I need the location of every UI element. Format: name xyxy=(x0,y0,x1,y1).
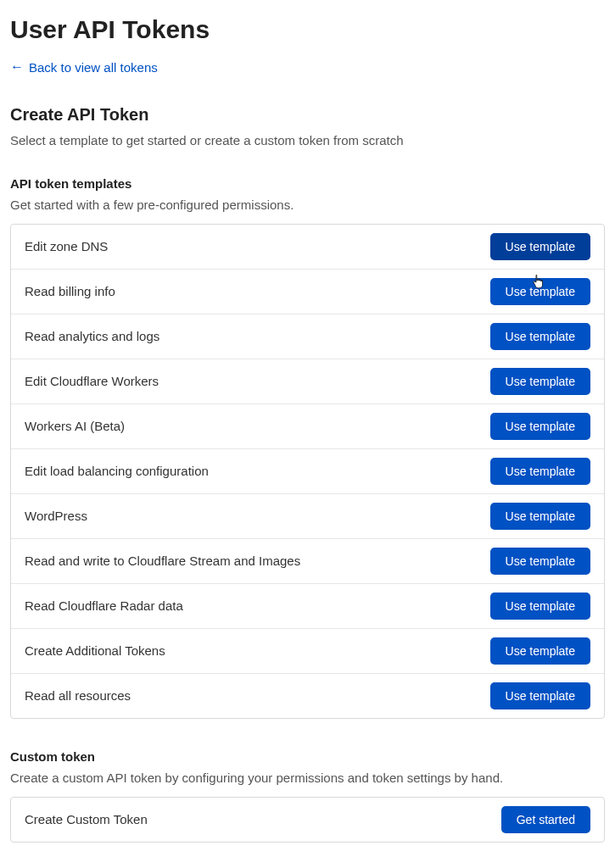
template-label: Workers AI (Beta) xyxy=(25,419,125,433)
template-row: Read all resourcesUse template xyxy=(11,674,604,718)
get-started-button[interactable]: Get started xyxy=(501,806,590,833)
use-template-button[interactable]: Use template xyxy=(490,593,590,620)
template-row: Read Cloudflare Radar dataUse template xyxy=(11,584,604,629)
use-template-button[interactable]: Use template xyxy=(490,548,590,575)
use-template-button[interactable]: Use template xyxy=(490,233,590,260)
template-label: Edit Cloudflare Workers xyxy=(25,374,159,388)
template-label: Read all resources xyxy=(25,688,131,703)
use-template-button[interactable]: Use template xyxy=(490,413,590,440)
template-label: Create Additional Tokens xyxy=(25,643,165,658)
custom-token-row: Create Custom Token Get started xyxy=(11,798,604,842)
use-template-button[interactable]: Use template xyxy=(490,368,590,395)
template-list: Edit zone DNSUse templateRead billing in… xyxy=(10,224,605,719)
template-label: WordPress xyxy=(25,509,87,523)
create-section-desc: Select a template to get started or crea… xyxy=(10,133,605,147)
custom-list: Create Custom Token Get started xyxy=(10,797,605,843)
template-row: Edit load balancing configurationUse tem… xyxy=(11,449,604,494)
template-row: Read and write to Cloudflare Stream and … xyxy=(11,539,604,584)
use-template-button[interactable]: Use template xyxy=(490,458,590,485)
template-row: Workers AI (Beta)Use template xyxy=(11,404,604,449)
template-row: Create Additional TokensUse template xyxy=(11,629,604,674)
back-link-label: Back to view all tokens xyxy=(29,60,158,75)
template-row: WordPressUse template xyxy=(11,494,604,539)
template-label: Read and write to Cloudflare Stream and … xyxy=(25,554,300,568)
use-template-button[interactable]: Use template xyxy=(490,637,590,665)
template-row: Edit Cloudflare WorkersUse template xyxy=(11,359,604,404)
custom-subsection-desc: Create a custom API token by configuring… xyxy=(10,771,605,785)
custom-subsection-title: Custom token xyxy=(10,749,605,764)
templates-subsection-desc: Get started with a few pre-configured pe… xyxy=(10,198,605,212)
use-template-button[interactable]: Use template xyxy=(490,278,590,305)
template-label: Read analytics and logs xyxy=(25,329,159,343)
arrow-left-icon: ← xyxy=(10,60,24,74)
template-label: Read billing info xyxy=(25,284,115,298)
template-row: Edit zone DNSUse template xyxy=(11,225,604,270)
custom-token-label: Create Custom Token xyxy=(25,812,148,826)
template-row: Read analytics and logsUse template xyxy=(11,314,604,359)
page-title: User API Tokens xyxy=(10,15,605,44)
templates-subsection-title: API token templates xyxy=(10,176,605,191)
template-label: Edit zone DNS xyxy=(25,239,108,253)
back-link[interactable]: ← Back to view all tokens xyxy=(10,60,158,75)
use-template-button[interactable]: Use template xyxy=(490,503,590,530)
template-label: Read Cloudflare Radar data xyxy=(25,598,183,613)
template-row: Read billing infoUse template xyxy=(11,270,604,314)
template-label: Edit load balancing configuration xyxy=(25,464,209,478)
create-section-title: Create API Token xyxy=(10,105,605,125)
use-template-button[interactable]: Use template xyxy=(490,323,590,350)
use-template-button[interactable]: Use template xyxy=(490,682,590,709)
